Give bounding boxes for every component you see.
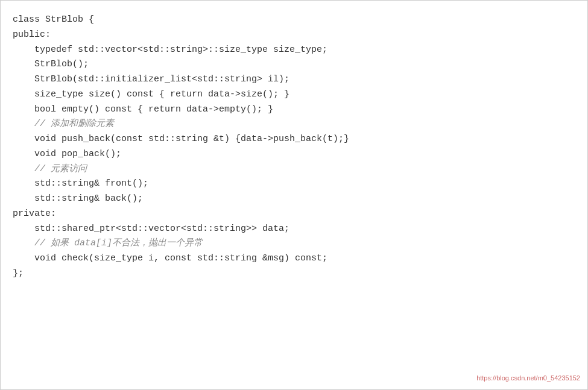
line18: }; (13, 266, 573, 281)
line7: bool empty() const { return data->empty(… (13, 102, 573, 118)
line6: size_type size() const { return data->si… (13, 87, 573, 102)
line17: void check(size_type i, const std::strin… (13, 251, 573, 266)
line14: private: (13, 207, 573, 222)
line16: // 如果 data[i]不合法，抛出一个异常 (13, 236, 573, 251)
line15: std::shared_ptr<std::vector<std::string>… (13, 222, 573, 237)
line10: void pop_back(); (13, 147, 573, 162)
line5: StrBlob(std::initializer_list<std::strin… (13, 72, 573, 87)
code-block: class StrBlob {public: typedef std::vect… (13, 13, 573, 281)
line11: // 元素访问 (13, 162, 573, 177)
watermark: https://blog.csdn.net/m0_54235152 (476, 373, 580, 383)
code-container: class StrBlob {public: typedef std::vect… (0, 0, 588, 390)
line12: std::string& front(); (13, 177, 573, 192)
line3: typedef std::vector<std::string>::size_t… (13, 43, 573, 58)
line2: public: (13, 28, 573, 43)
line1: class StrBlob { (13, 13, 573, 28)
line8: // 添加和删除元素 (13, 117, 573, 132)
line4: StrBlob(); (13, 57, 573, 72)
line9: void push_back(const std::string &t) {da… (13, 132, 573, 147)
line13: std::string& back(); (13, 192, 573, 207)
